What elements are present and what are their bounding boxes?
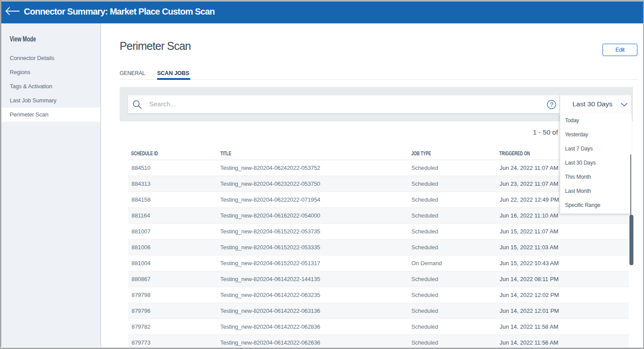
svg-text:?: ? [550,101,554,108]
